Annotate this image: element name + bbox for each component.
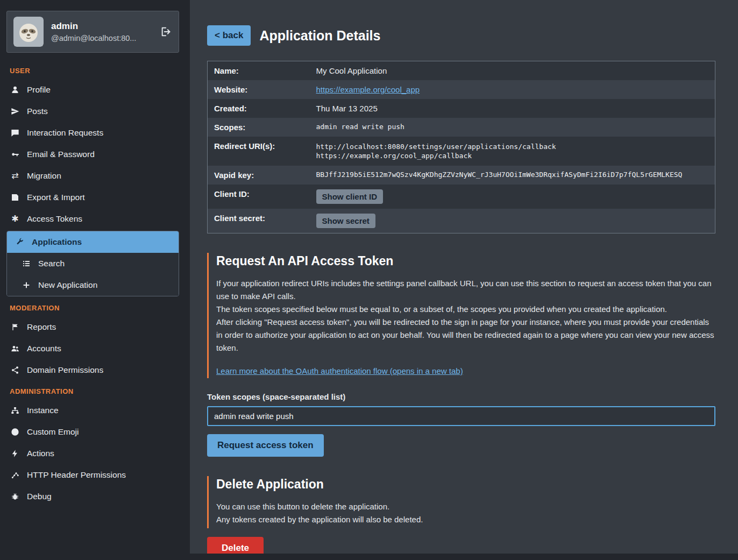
arrows-left-right-icon: ⇄ xyxy=(10,172,20,180)
request-token-paragraph: After clicking "Request access token", y… xyxy=(216,316,715,355)
sidebar-item-accounts[interactable]: Accounts xyxy=(0,338,186,359)
table-row-website: Website: https://example.org/cool_app xyxy=(208,80,715,99)
sidebar-item-label: Profile xyxy=(27,85,51,95)
sidebar: admin @admin@localhost:80... USER Profil… xyxy=(0,0,186,560)
bolt-icon xyxy=(10,449,20,458)
row-value: My Cool Application xyxy=(310,61,715,81)
user-card[interactable]: admin @admin@localhost:80... xyxy=(6,11,179,53)
list-icon xyxy=(21,259,32,268)
sidebar-item-applications[interactable]: Applications xyxy=(7,231,179,253)
sidebar-item-label: Access Tokens xyxy=(27,214,82,224)
sidebar-item-label: Email & Password xyxy=(27,150,95,159)
sidebar-item-label: Posts xyxy=(27,107,48,116)
sidebar-item-posts[interactable]: Posts xyxy=(0,101,186,122)
delete-application-line: Any tokens created by the application wi… xyxy=(216,513,715,526)
table-row-vapid-key: Vapid key: BBJffJ219b5iE512m7wQSzv4KgKDh… xyxy=(208,166,715,185)
sidebar-item-custom-emoji[interactable]: Custom Emoji xyxy=(0,421,186,443)
back-button[interactable]: < back xyxy=(207,25,251,46)
redirect-uri: http://localhost:8080/settings/user/appl… xyxy=(316,143,709,151)
row-label: Name: xyxy=(208,61,310,81)
request-token-paragraph: If your application redirect URIs includ… xyxy=(216,277,715,303)
user-handle: @admin@localhost:80... xyxy=(51,34,153,42)
sidebar-item-label: Export & Import xyxy=(27,193,85,202)
application-details-table: Name: My Cool Application Website: https… xyxy=(207,61,715,233)
page-header: < back Application Details xyxy=(207,25,715,46)
token-scopes-label: Token scopes (space-separated list) xyxy=(207,392,715,401)
redirect-uri: https://example.org/cool_app/callback xyxy=(316,152,709,160)
sidebar-item-label: Search xyxy=(38,259,65,268)
sidebar-item-label: Accounts xyxy=(27,344,61,353)
sidebar-item-access-tokens[interactable]: ✱ Access Tokens xyxy=(0,208,186,230)
show-secret-button[interactable]: Show secret xyxy=(316,214,375,228)
delete-application-section: Delete Application You can use this butt… xyxy=(207,476,715,528)
sitemap-icon xyxy=(10,406,20,415)
table-row-created: Created: Thu Mar 13 2025 xyxy=(208,99,715,118)
sidebar-item-debug[interactable]: Debug xyxy=(0,486,186,507)
comment-icon xyxy=(10,129,20,137)
logout-icon[interactable] xyxy=(160,26,172,38)
users-icon xyxy=(10,344,20,353)
plus-icon xyxy=(21,281,32,289)
delete-application-heading: Delete Application xyxy=(216,477,715,492)
key-icon xyxy=(10,150,20,159)
sidebar-item-email-password[interactable]: Email & Password xyxy=(0,144,186,165)
sidebar-item-domain-permissions[interactable]: Domain Permissions xyxy=(0,359,186,381)
row-label: Vapid key: xyxy=(208,166,310,185)
network-icon xyxy=(10,471,20,479)
sidebar-item-label: Custom Emoji xyxy=(27,427,79,437)
sidebar-item-label: HTTP Header Permissions xyxy=(27,470,126,480)
sidebar-item-migration[interactable]: ⇄ Migration xyxy=(0,165,186,187)
smiley-icon xyxy=(10,428,20,436)
wrench-icon xyxy=(15,238,25,246)
share-nodes-icon xyxy=(10,366,20,374)
main-content: < back Application Details Name: My Cool… xyxy=(190,0,738,554)
table-row-scopes: Scopes: admin read write push xyxy=(208,118,715,137)
row-label: Scopes: xyxy=(208,118,310,137)
sidebar-item-instance[interactable]: Instance xyxy=(0,400,186,421)
sidebar-item-reports[interactable]: Reports xyxy=(0,316,186,338)
row-label: Created: xyxy=(208,99,310,118)
sidebar-item-label: Applications xyxy=(32,237,82,247)
table-row-client-secret: Client secret: Show secret xyxy=(208,209,715,233)
asterisk-icon: ✱ xyxy=(10,215,20,223)
section-label-administration: ADMINISTRATION xyxy=(0,381,186,400)
sidebar-item-new-application[interactable]: New Application xyxy=(7,274,179,296)
sidebar-item-label: Reports xyxy=(27,322,56,332)
row-label: Client ID: xyxy=(208,185,310,209)
delete-button[interactable]: Delete xyxy=(207,537,264,554)
request-token-section: Request An API Access Token If your appl… xyxy=(207,253,715,378)
row-label: Client secret: xyxy=(208,209,310,233)
row-label: Redirect URI(s): xyxy=(208,137,310,166)
oauth-docs-link[interactable]: Learn more about the OAuth authenticatio… xyxy=(216,366,463,375)
sidebar-item-label: New Application xyxy=(38,280,97,290)
website-link[interactable]: https://example.org/cool_app xyxy=(316,85,420,94)
username: admin xyxy=(51,21,153,32)
sidebar-group-applications: Applications Search New Application xyxy=(6,231,179,296)
paper-plane-icon xyxy=(10,107,20,116)
flag-icon xyxy=(10,323,20,331)
row-value: BBJffJ219b5iE512m7wQSzv4KgKDhgZZVzNyWC_r… xyxy=(310,166,715,185)
token-scopes-input[interactable] xyxy=(207,406,715,426)
sidebar-item-interaction-requests[interactable]: Interaction Requests xyxy=(0,122,186,144)
show-client-id-button[interactable]: Show client ID xyxy=(316,189,384,204)
sidebar-item-profile[interactable]: Profile xyxy=(0,79,186,101)
request-token-paragraph: The token scopes specified below must be… xyxy=(216,303,715,316)
user-icon xyxy=(10,86,20,94)
table-row-name: Name: My Cool Application xyxy=(208,61,715,81)
sidebar-item-label: Migration xyxy=(27,171,61,181)
request-token-heading: Request An API Access Token xyxy=(216,254,715,268)
row-label: Website: xyxy=(208,80,310,99)
section-label-moderation: MODERATION xyxy=(0,297,186,316)
sidebar-item-search[interactable]: Search xyxy=(7,253,179,274)
request-access-token-button[interactable]: Request access token xyxy=(207,434,324,457)
floppy-icon xyxy=(10,193,20,202)
sidebar-item-export-import[interactable]: Export & Import xyxy=(0,187,186,208)
sidebar-item-label: Actions xyxy=(27,449,54,458)
sidebar-item-http-header-permissions[interactable]: HTTP Header Permissions xyxy=(0,464,186,486)
sidebar-item-label: Instance xyxy=(27,406,59,415)
page-title: Application Details xyxy=(259,28,380,44)
row-value: admin read write push xyxy=(310,118,715,137)
sidebar-item-actions[interactable]: Actions xyxy=(0,443,186,464)
row-value: Thu Mar 13 2025 xyxy=(310,99,715,118)
avatar xyxy=(13,17,44,47)
